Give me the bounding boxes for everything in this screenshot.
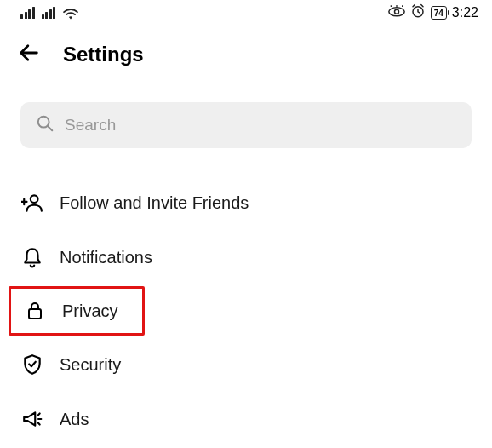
page-title: Settings [63,43,144,66]
alarm-icon [410,3,426,22]
svg-point-0 [389,8,404,16]
signal-icon-1 [20,7,35,19]
settings-item-label: Privacy [62,302,118,321]
settings-item-label: Ads [60,410,89,429]
settings-item-privacy[interactable]: Privacy [9,286,145,336]
header: Settings [0,24,492,77]
back-icon[interactable] [17,41,41,68]
battery-icon: 74 [431,6,447,20]
settings-list: Follow and Invite Friends Notifications … [0,165,492,446]
search-box[interactable] [20,102,472,148]
settings-item-follow-invite[interactable]: Follow and Invite Friends [9,175,483,230]
status-bar: 74 3:22 [0,0,492,24]
status-left [20,6,79,20]
follow-invite-icon [20,191,44,215]
settings-item-notifications[interactable]: Notifications [9,230,483,284]
battery-level: 74 [434,9,443,18]
svg-rect-5 [29,309,41,319]
eye-icon [388,5,405,20]
svg-point-1 [394,9,398,14]
shield-check-icon [20,353,44,376]
svg-point-4 [31,195,38,203]
wifi-icon [62,6,79,20]
status-right: 74 3:22 [388,3,478,22]
search-icon [36,114,54,136]
settings-item-security[interactable]: Security [9,337,483,392]
settings-item-label: Notifications [60,248,152,267]
lock-icon [23,299,47,323]
megaphone-icon [20,407,44,431]
signal-icon-2 [42,7,56,19]
bell-icon [20,245,44,269]
search-input[interactable] [65,116,456,135]
settings-item-label: Follow and Invite Friends [60,193,249,213]
clock: 3:22 [452,5,478,20]
settings-item-label: Security [60,355,121,375]
settings-item-ads[interactable]: Ads [9,392,483,446]
